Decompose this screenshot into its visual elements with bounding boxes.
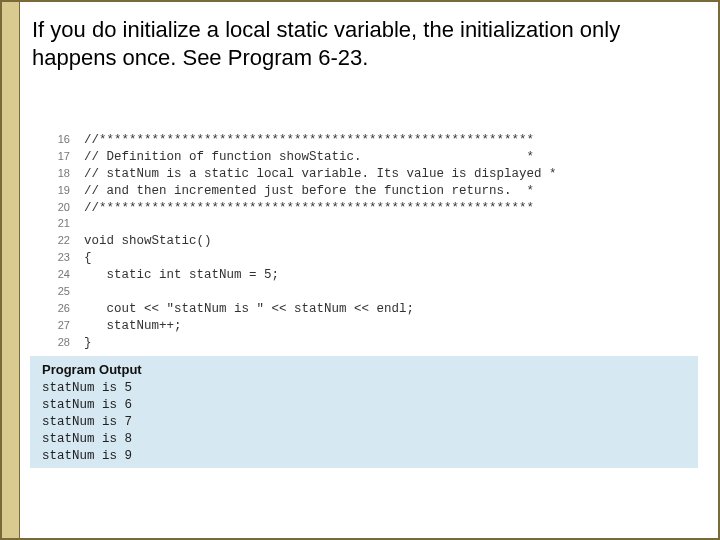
program-output-heading: Program Output <box>42 362 142 377</box>
code-listing: 16//************************************… <box>42 132 682 351</box>
intro-paragraph: If you do initialize a local static vari… <box>32 16 692 71</box>
left-accent-bar <box>2 2 20 538</box>
program-output: statNum is 5 statNum is 6 statNum is 7 s… <box>42 380 682 464</box>
slide-container: If you do initialize a local static vari… <box>0 0 720 540</box>
